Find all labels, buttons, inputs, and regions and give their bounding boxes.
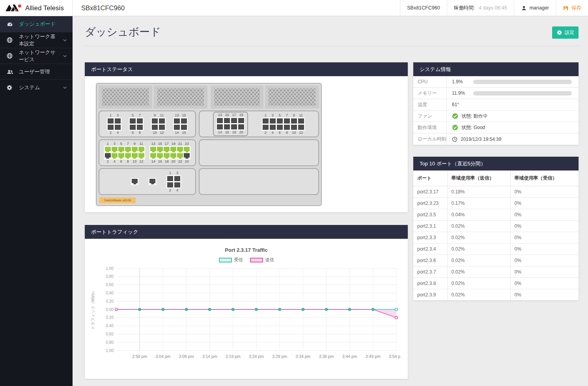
table-cell: port2.3.4 (413, 244, 447, 255)
vent-panel (99, 86, 152, 109)
port-number-label: 12 (159, 131, 165, 135)
port-up (132, 147, 138, 151)
port-down (238, 124, 244, 129)
line-card: 13245768911101213151416 (99, 111, 196, 137)
port-up (157, 153, 163, 157)
port-down (152, 125, 158, 130)
port-number-label: 6 (277, 131, 283, 135)
person-icon (521, 5, 527, 11)
brand-name: Allied Telesis (25, 4, 64, 12)
user-menu[interactable]: manager (514, 0, 556, 16)
brand-logo: Allied Telesis (0, 0, 73, 16)
port-up (118, 147, 124, 151)
port-number-label: 14 (150, 159, 156, 164)
users-icon (6, 69, 14, 75)
svg-text:1.00: 1.00 (106, 266, 114, 271)
table-cell: 0% (510, 221, 579, 232)
sidebar-item-4[interactable]: システム (0, 79, 73, 95)
port-number-label: 12 (138, 159, 144, 164)
port-down (270, 125, 276, 130)
svg-text:0.20: 0.20 (106, 299, 114, 304)
port-status-panel: ポートステータス 1324576891110121315141613151719… (85, 62, 408, 212)
port-number-label: 23 (184, 142, 190, 146)
svg-text:0.00: 0.00 (106, 307, 114, 312)
metric-label: 動作環境 (413, 122, 447, 133)
port-number-label: 3 (270, 113, 276, 118)
port-up (150, 147, 156, 151)
port-down (174, 176, 180, 181)
port-up (118, 153, 124, 157)
port-group: 9111012 (151, 113, 166, 135)
port-number-label: 7 (125, 142, 131, 146)
port-down (231, 118, 237, 123)
port-number-label: 13 (150, 142, 156, 146)
svg-text:トラフィック（Mb/s）: トラフィック（Mb/s） (91, 289, 95, 330)
port-down (298, 118, 304, 124)
gauge-icon (6, 21, 14, 28)
metric-label: 温度 (413, 99, 447, 110)
port-group: 1315171914161820 (216, 113, 245, 135)
allied-telesis-logo-icon (5, 3, 22, 13)
legend-swatch (219, 258, 232, 262)
table-row: port2.3.60.02%0% (413, 255, 579, 266)
uptime-label: 稼働時間: (454, 5, 475, 11)
save-button[interactable]: 保存 (556, 0, 588, 16)
port-down (137, 118, 143, 124)
svg-text:3:24 pm: 3:24 pm (249, 354, 264, 359)
svg-text:0.20: 0.20 (106, 315, 114, 320)
svg-text:0.80: 0.80 (106, 274, 114, 279)
port-down (270, 118, 276, 124)
settings-button[interactable]: 設定 (552, 26, 579, 39)
table-cell: port2.3.3 (413, 232, 447, 244)
port-up (112, 153, 118, 157)
table-row: port2.3.80.02%0% (413, 278, 579, 289)
port-up (105, 147, 111, 151)
port-number-label: 17 (164, 142, 170, 146)
sidebar-item-label: ネットワークサービス (19, 49, 58, 63)
port-up (125, 147, 131, 151)
port-up (177, 153, 183, 157)
table-cell: port2.3.1 (413, 221, 447, 232)
sidebar-item-0[interactable]: ダッシュボード (0, 16, 73, 32)
port-traffic-panel: ポートトラフィック Port 2.3.17 Traffic 受信送信 1.000… (85, 225, 408, 379)
topbar: Allied Telesis SBx81CFC960 SBx81CFC960 稼… (0, 0, 588, 16)
table-cell: 0% (510, 278, 579, 289)
sidebar-item-2[interactable]: ネットワークサービス (0, 48, 73, 64)
port-up (164, 153, 170, 157)
table-row: port2.3.90.02%0% (413, 289, 579, 301)
port-number-label: 22 (177, 159, 183, 164)
port-number-label: 9 (291, 113, 297, 118)
port-number-label: 19 (170, 142, 176, 146)
port-up (177, 147, 183, 151)
port-up (164, 147, 170, 151)
sub-slot: 1315171914161820 (213, 112, 248, 136)
gear-icon (6, 84, 14, 91)
column-header: 帯域使用率（受信） (510, 171, 579, 186)
status-text: 状態: Good (461, 124, 485, 131)
port-number-label: 11 (159, 113, 165, 118)
table-row: port2.3.50.04%0% (413, 209, 579, 221)
port-number-label: 3 (112, 142, 118, 146)
port-number-label: 8 (125, 159, 131, 164)
chart-legend: 受信送信 (85, 257, 408, 263)
port-number-label: 1 (263, 113, 269, 118)
port-up (150, 153, 156, 157)
svg-text:3:09 pm: 3:09 pm (179, 354, 194, 359)
main-content: ダッシュボード 設定 ポートステータス (73, 16, 588, 386)
svg-text:3:19 pm: 3:19 pm (226, 354, 241, 359)
port-down (130, 118, 136, 124)
port-number-label: 20 (170, 159, 176, 164)
port-group: 1324 (107, 113, 121, 135)
port-number-label: 2 (108, 131, 114, 135)
settings-label: 設定 (565, 29, 574, 36)
port-number-label: 15 (157, 142, 163, 146)
system-info-panel: システム情報 CPU1.9%メモリー11.9%温度61°ファン状態: 動作中動作… (413, 62, 579, 145)
metric-label: メモリー (413, 88, 447, 99)
vent-dots (214, 88, 260, 106)
svg-text:3:29 pm: 3:29 pm (272, 354, 287, 359)
sidebar-item-3[interactable]: ユーザー管理 (0, 64, 73, 79)
port-group: 135791124681012 (262, 113, 305, 135)
sidebar-item-1[interactable]: ネットワーク基本設定 (0, 32, 73, 48)
svg-text:0.60: 0.60 (106, 283, 114, 287)
table-cell: port2.3.9 (413, 289, 447, 301)
